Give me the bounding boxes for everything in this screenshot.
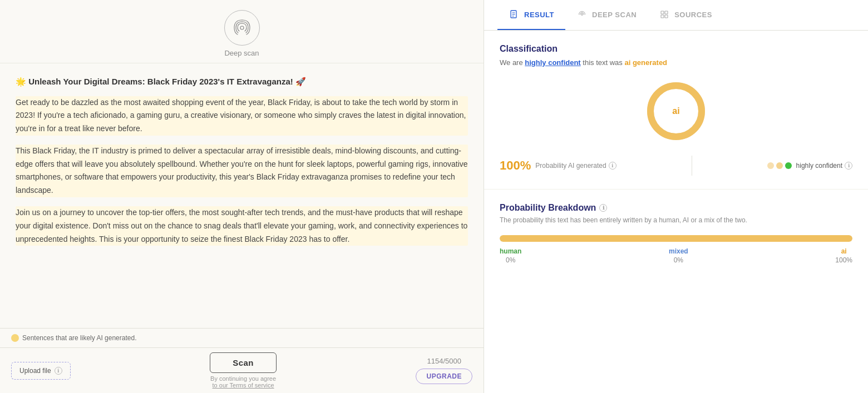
- tab-result-label: RESULT: [524, 11, 554, 19]
- tab-sources[interactable]: SOURCES: [648, 0, 723, 30]
- highly-confident-text: highly confident: [525, 58, 580, 67]
- grid-icon: [659, 9, 670, 20]
- donut-center-label: ai: [672, 106, 679, 116]
- prob-bar-track: [500, 235, 852, 242]
- mixed-label: mixed: [669, 247, 688, 255]
- document-icon: [509, 9, 520, 20]
- prob-bar-fill: [500, 235, 852, 242]
- upload-info-icon[interactable]: ℹ: [55, 367, 62, 375]
- probability-info-icon[interactable]: ℹ: [609, 162, 617, 170]
- svg-rect-6: [661, 11, 664, 14]
- confidence-row: 100% Probability AI generated ℹ highly c…: [500, 156, 852, 176]
- prob-label-ai: ai 100%: [835, 247, 852, 264]
- subtitle-middle: this text was: [583, 58, 623, 67]
- right-panel: RESULT DEEP SCAN: [484, 0, 868, 393]
- text-content-area[interactable]: 🌟 Unleash Your Digital Dreams: Black Fri…: [0, 63, 484, 328]
- prob-bar-labels: human 0% mixed 0% ai 100%: [500, 247, 852, 264]
- tab-deep-scan[interactable]: DEEP SCAN: [565, 0, 648, 30]
- tabs-row: RESULT DEEP SCAN: [484, 0, 868, 31]
- tab-result[interactable]: RESULT: [497, 0, 565, 30]
- terms-link[interactable]: to our Terms of service: [213, 382, 274, 389]
- prob-label-human: human 0%: [500, 247, 521, 264]
- confidence-text: highly confident ℹ: [796, 162, 852, 170]
- breakdown-section: Probability Breakdown ℹ The probability …: [484, 190, 868, 286]
- scan-area: Scan By continuing you agree to our Term…: [210, 352, 277, 389]
- deep-scan-header: Deep scan: [0, 0, 484, 63]
- scan-button[interactable]: Scan: [210, 352, 277, 373]
- confidence-info-icon[interactable]: ℹ: [845, 162, 852, 170]
- svg-point-0: [240, 26, 244, 29]
- breakdown-subtitle: The probability this text has been entir…: [500, 216, 852, 224]
- classification-title: Classification: [500, 44, 852, 54]
- prob-label-mixed: mixed 0%: [669, 247, 688, 264]
- classification-subtitle: We are highly confident this text was ai…: [500, 58, 852, 67]
- breakdown-info-icon[interactable]: ℹ: [599, 204, 607, 212]
- dot-3: [785, 162, 792, 169]
- word-count: 1154/5000: [427, 357, 461, 365]
- left-panel: Deep scan 🌟 Unleash Your Digital Dreams:…: [0, 0, 484, 393]
- svg-point-5: [581, 14, 583, 16]
- ai-generated-badge: ai generated: [624, 58, 667, 67]
- ai-label: ai: [841, 247, 847, 255]
- probability-area: 100% Probability AI generated ℹ: [500, 158, 617, 173]
- upgrade-button[interactable]: UPGRADE: [416, 369, 472, 384]
- svg-rect-9: [665, 15, 668, 18]
- article-paragraph-3: Join us on a journey to uncover the top-…: [16, 206, 468, 246]
- article-paragraph-1: Get ready to be dazzled as the most awai…: [16, 96, 468, 136]
- breakdown-title: Probability Breakdown ℹ: [500, 203, 852, 213]
- confidence-right: highly confident ℹ: [767, 162, 852, 170]
- human-label: human: [500, 247, 521, 255]
- subtitle-prefix: We are: [500, 58, 523, 67]
- dot-2: [776, 162, 783, 169]
- probability-pct: 100%: [500, 158, 531, 173]
- legend-dot-ai: [11, 334, 19, 342]
- terms-text: By continuing you agree to our Terms of …: [210, 375, 276, 389]
- word-count-area: 1154/5000 UPGRADE: [416, 357, 472, 384]
- action-bar: Upload file ℹ Scan By continuing you agr…: [0, 347, 484, 393]
- confidence-dots: [767, 162, 792, 169]
- upload-file-label: Upload file: [19, 367, 51, 375]
- tab-sources-label: SOURCES: [674, 11, 712, 19]
- article-paragraph-2: This Black Friday, the IT industry is pr…: [16, 145, 468, 197]
- dot-1: [767, 162, 774, 169]
- legend-item: Sentences that are likely AI generated.: [11, 334, 136, 342]
- donut-container: ai: [500, 78, 852, 145]
- upload-file-button[interactable]: Upload file ℹ: [11, 362, 71, 380]
- donut-chart: ai: [643, 78, 709, 145]
- human-pct: 0%: [506, 256, 515, 264]
- fingerprint-icon: [224, 10, 260, 46]
- probability-label: Probability AI generated ℹ: [535, 162, 616, 170]
- mixed-pct: 0%: [674, 256, 683, 264]
- classification-section: Classification We are highly confident t…: [484, 31, 868, 190]
- ai-pct: 100%: [835, 256, 852, 264]
- legend-bar: Sentences that are likely AI generated.: [0, 328, 484, 347]
- svg-rect-7: [665, 11, 668, 14]
- article-title: 🌟 Unleash Your Digital Dreams: Black Fri…: [16, 76, 468, 88]
- legend-text: Sentences that are likely AI generated.: [22, 334, 136, 342]
- deep-scan-label: Deep scan: [224, 49, 259, 57]
- divider: [692, 156, 692, 176]
- svg-rect-8: [661, 15, 664, 18]
- prob-bar-container: human 0% mixed 0% ai 100%: [500, 235, 852, 264]
- tab-deep-scan-label: DEEP SCAN: [592, 11, 637, 19]
- tab-fingerprint-icon: [576, 9, 588, 20]
